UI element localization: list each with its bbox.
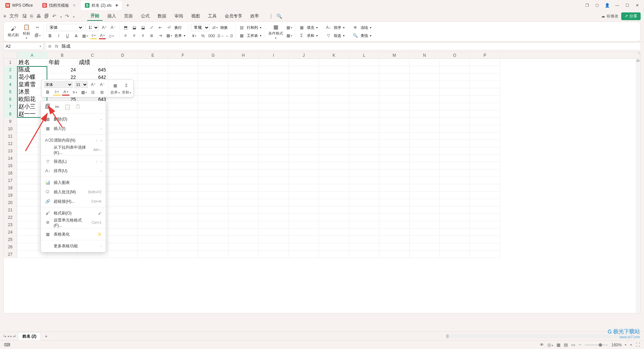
cell[interactable] <box>108 243 138 251</box>
cell[interactable] <box>470 88 500 96</box>
cell[interactable] <box>379 206 410 214</box>
cell[interactable] <box>410 103 440 110</box>
cell[interactable] <box>138 206 168 214</box>
align-top-icon[interactable]: ⬒ <box>122 24 129 31</box>
cell[interactable] <box>289 66 319 73</box>
cell[interactable] <box>289 229 319 236</box>
cell[interactable] <box>259 236 289 243</box>
cell[interactable] <box>168 133 198 140</box>
mini-merge-label[interactable]: 合并 <box>110 90 120 95</box>
cell[interactable] <box>319 206 349 214</box>
cell[interactable] <box>228 140 259 147</box>
cell[interactable] <box>138 110 168 118</box>
cell[interactable] <box>319 59 349 66</box>
cell[interactable] <box>410 221 440 229</box>
cell[interactable] <box>138 184 168 192</box>
cell[interactable] <box>168 199 198 206</box>
worksheet-button[interactable]: 工作表 <box>247 33 258 38</box>
cell[interactable] <box>198 192 228 199</box>
row-header[interactable]: 6 <box>4 96 17 103</box>
preview-icon[interactable]: 🗐 <box>44 13 49 19</box>
cell[interactable] <box>410 251 440 258</box>
cell[interactable] <box>379 251 410 258</box>
cell[interactable] <box>349 251 379 258</box>
modified-indicator[interactable]: ☁有修改 <box>601 13 619 19</box>
row-header[interactable]: 5 <box>4 88 17 96</box>
hscroll-thumb[interactable] <box>446 334 449 338</box>
cell[interactable] <box>440 125 470 133</box>
cell[interactable] <box>108 66 138 73</box>
maximize-button[interactable]: ☐ <box>623 1 632 10</box>
align-center-icon[interactable]: ≡ <box>131 32 138 39</box>
cell[interactable] <box>410 177 440 184</box>
mini-inc-font-icon[interactable]: A⁺ <box>90 81 97 88</box>
dec-dec-icon[interactable]: ←.0 <box>226 33 232 39</box>
cell[interactable] <box>259 177 289 184</box>
styles-icon[interactable]: ▦ <box>286 24 292 31</box>
row-header[interactable]: 8 <box>4 110 17 118</box>
cell[interactable] <box>319 192 349 199</box>
col-header-i[interactable]: I <box>259 52 289 58</box>
cell[interactable] <box>379 162 410 169</box>
cell[interactable] <box>259 155 289 162</box>
cell[interactable] <box>228 251 259 258</box>
col-header-l[interactable]: L <box>349 52 379 58</box>
cell[interactable] <box>349 103 379 110</box>
cell[interactable] <box>108 206 138 214</box>
page-view-icon[interactable]: ▤ <box>564 342 568 347</box>
cell[interactable] <box>440 110 470 118</box>
cell[interactable] <box>259 214 289 221</box>
cell[interactable] <box>319 199 349 206</box>
cell[interactable] <box>379 88 410 96</box>
cell[interactable] <box>410 66 440 73</box>
sheet-prev-icon[interactable]: ◂ <box>7 334 9 338</box>
row-header[interactable]: 10 <box>4 125 17 133</box>
col-header-f[interactable]: F <box>168 52 198 58</box>
cell[interactable] <box>228 59 259 66</box>
cell[interactable] <box>410 184 440 192</box>
cell[interactable] <box>470 243 500 251</box>
cell[interactable] <box>138 177 168 184</box>
cell[interactable] <box>259 96 289 103</box>
cell[interactable] <box>198 177 228 184</box>
sheet-last-icon[interactable]: ▸I <box>13 334 16 338</box>
cell[interactable] <box>198 59 228 66</box>
cell[interactable]: 陈成 <box>17 66 47 73</box>
cell[interactable] <box>410 243 440 251</box>
cell[interactable] <box>410 140 440 147</box>
cell[interactable] <box>470 184 500 192</box>
tab-template[interactable]: D 找稻壳模板 × <box>38 1 79 10</box>
cell[interactable] <box>168 236 198 243</box>
row-header[interactable]: 19 <box>4 192 17 199</box>
cell[interactable] <box>410 73 440 81</box>
align-left-icon[interactable]: ≡ <box>122 32 129 39</box>
share-button[interactable]: ↗分享 <box>621 12 641 20</box>
cell[interactable] <box>228 236 259 243</box>
sort-button[interactable]: 排序 <box>334 25 341 30</box>
cell[interactable] <box>440 243 470 251</box>
cell[interactable] <box>228 192 259 199</box>
cell[interactable] <box>108 184 138 192</box>
cell[interactable] <box>198 73 228 81</box>
cell[interactable] <box>470 118 500 125</box>
cell[interactable] <box>138 59 168 66</box>
cell[interactable] <box>470 147 500 155</box>
cell[interactable] <box>108 103 138 110</box>
cell[interactable] <box>289 88 319 96</box>
save-icon[interactable]: 🖫 <box>22 13 27 19</box>
tab-file-active[interactable]: S 姓名 (2).xls <box>81 1 122 10</box>
row-header[interactable]: 14 <box>4 155 17 162</box>
cell[interactable] <box>440 206 470 214</box>
cell[interactable] <box>289 177 319 184</box>
cell[interactable] <box>168 110 198 118</box>
cell[interactable] <box>259 206 289 214</box>
cell[interactable] <box>440 236 470 243</box>
cell[interactable] <box>349 133 379 140</box>
cell[interactable] <box>228 229 259 236</box>
fill-button[interactable]: 填充 <box>307 25 314 30</box>
cell[interactable] <box>349 59 379 66</box>
cell[interactable] <box>108 125 138 133</box>
cell[interactable] <box>440 169 470 177</box>
cell[interactable] <box>349 162 379 169</box>
cell[interactable] <box>228 118 259 125</box>
